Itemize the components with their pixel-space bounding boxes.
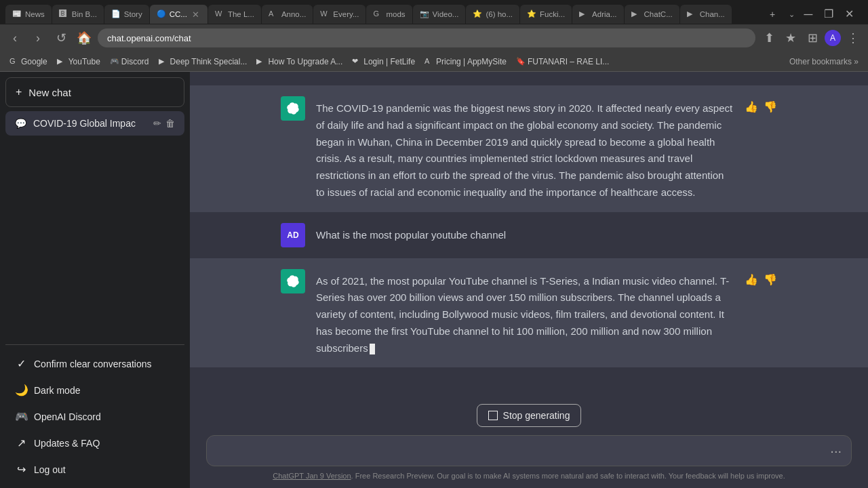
tab-label: mods [386,10,405,18]
tab-label: (6) ho... [486,10,513,18]
tab-chatc[interactable]: ▶ ChatC... [625,5,679,24]
edit-icon[interactable]: ✏ [153,118,161,129]
bookmark-deep-think-special...[interactable]: ▶ Deep Think Special... [155,56,252,68]
footer: ChatGPT Jan 9 Version. Free Research Pre… [206,472,852,483]
bookmarks-bar: G Google▶ YouTube🎮 Discord▶ Deep Think S… [0,52,868,72]
message-inner: As of 2021, the most popular YouTube cha… [264,269,793,357]
menu-button[interactable]: ⋮ [844,28,863,47]
home-button[interactable]: 🏠 [75,28,94,47]
chatgpt-avatar [281,96,305,121]
tab-favicon: 📷 [420,9,429,19]
new-chat-button[interactable]: + New chat [5,77,184,107]
tab-label: ChatC... [644,10,673,18]
tab-label: The L... [228,10,254,18]
sidebar-item-logout[interactable]: ↪ Log out [5,456,184,483]
tab-close[interactable]: ✕ [191,9,201,20]
sidebar-item-icon: ✓ [15,357,27,370]
browser-chrome: 📰 News 🅱 Bin B... 📄 Story 🔵 CC... ✕W The… [0,0,868,72]
delete-icon[interactable]: 🗑 [165,118,175,129]
tab-cc[interactable]: 🔵 CC... ✕ [150,5,208,24]
sidebar: + New chat 💬 COVID-19 Global Impac ✏ 🗑 ✓… [0,72,190,488]
bookmark-label: FUTANARI – RAE LI... [528,57,609,66]
message-msg3: As of 2021, the most popular YouTube cha… [190,258,868,368]
chat-input[interactable] [216,443,825,459]
share-button[interactable]: ⬆ [760,28,778,47]
tab-favicon: W [215,9,224,19]
tab-adria[interactable]: ▶ Adria... [572,5,623,24]
window-controls: ─ ❐ ✕ [800,6,863,22]
sidebar-item-discord[interactable]: 🎮 OpenAI Discord [5,403,184,430]
thumbs-up-button[interactable]: 👍 [745,100,758,113]
bookmark-how-to-upgrade-a...[interactable]: ▶ How To Upgrade A... [252,56,347,68]
bookmark-button[interactable]: ★ [781,28,800,47]
bookmark-label: Login | FetLife [363,57,415,66]
tab-binb[interactable]: 🅱 Bin B... [52,5,104,24]
new-tab-button[interactable]: + [764,6,781,22]
tab-label: Fucki... [540,10,565,18]
tab-news[interactable]: 📰 News [5,5,52,24]
tab-label: CC... [170,10,187,18]
tab-favicon: W [320,9,330,19]
sidebar-item-confirm-clear[interactable]: ✓ Confirm clear conversations [5,350,184,377]
bookmark-favicon: ▶ [256,57,266,66]
address-bar[interactable] [98,28,755,47]
bookmark-label: Discord [121,57,149,66]
input-more-button[interactable]: ··· [830,443,842,459]
main-chat-area: The COVID-19 pandemic was the biggest ne… [190,72,868,488]
footer-text: . Free Research Preview. Our goal is to … [351,472,785,480]
bookmark-favicon: 🔖 [516,57,526,66]
reload-button[interactable]: ↺ [52,28,71,47]
message-inner: The COVID-19 pandemic was the biggest ne… [264,96,793,201]
sidebar-item-dark-mode[interactable]: 🌙 Dark mode [5,377,184,403]
tab-bar: 📰 News 🅱 Bin B... 📄 Story 🔵 CC... ✕W The… [0,0,868,24]
tab-favicon: 🅱 [59,9,68,19]
tab-fucki[interactable]: ⭐ Fucki... [520,5,572,24]
bookmark-futanari-–-rae-li...[interactable]: 🔖 FUTANARI – RAE LI... [512,56,613,68]
tab-thel[interactable]: W The L... [208,5,261,24]
bookmarks-more[interactable]: Other bookmarks » [785,56,863,68]
back-button[interactable]: ‹ [5,28,24,47]
tab-label: Video... [433,10,459,18]
stop-generating-button[interactable]: Stop generating [477,404,582,427]
stop-btn-row: Stop generating [206,404,852,427]
bookmark-label: How To Upgrade A... [268,57,342,66]
thumbs-down-button[interactable]: 👎 [764,273,777,286]
tab-story[interactable]: 📄 Story [104,5,149,24]
thumbs-up-button[interactable]: 👍 [745,273,758,286]
bookmark-login-|-fetlife[interactable]: ❤ Login | FetLife [348,56,419,68]
bookmark-favicon: A [425,57,434,66]
sidebar-item-updates[interactable]: ↗ Updates & FAQ [5,430,184,456]
sidebar-item-label: Dark mode [34,385,80,396]
user-avatar: AD [281,223,305,247]
profile-button[interactable]: A [825,30,841,46]
tab-video[interactable]: 📷 Video... [413,5,466,24]
sidebar-item-icon: 🎮 [15,410,27,423]
chat-list: 💬 COVID-19 Global Impac ✏ 🗑 [5,111,184,136]
input-box: ··· [206,435,852,466]
tab-label: News [25,10,45,18]
tab-anno[interactable]: A Anno... [262,5,313,24]
forward-button[interactable]: › [28,28,47,47]
bookmark-youtube[interactable]: ▶ YouTube [53,56,104,68]
tab-favicon: ▶ [631,9,641,19]
tab-every[interactable]: W Every... [313,5,366,24]
bookmark-favicon: ❤ [352,57,361,66]
streaming-cursor [370,344,375,354]
extensions-button[interactable]: ⊞ [803,28,822,47]
chat-item-covid[interactable]: 💬 COVID-19 Global Impac ✏ 🗑 [5,111,184,136]
tab-chan[interactable]: ▶ Chan... [680,5,732,24]
bookmark-pricing-|-appmysite[interactable]: A Pricing | AppMySite [420,56,511,68]
tab-overflow-button[interactable]: ⌄ [783,6,800,22]
tab-6ho[interactable]: ⭐ (6) ho... [466,5,519,24]
chat-messages: The COVID-19 pandemic was the biggest ne… [190,72,868,393]
bookmark-favicon: ▶ [159,57,168,66]
maximize-button[interactable]: ❐ [821,6,837,22]
footer-link[interactable]: ChatGPT Jan 9 Version [273,472,351,480]
bookmark-discord[interactable]: 🎮 Discord [106,56,153,68]
minimize-button[interactable]: ─ [800,6,816,22]
bookmark-google[interactable]: G Google [5,56,52,68]
thumbs-down-button[interactable]: 👎 [764,100,777,113]
chat-icon: 💬 [15,118,26,129]
close-button[interactable]: ✕ [841,6,857,22]
tab-mods[interactable]: G mods [366,5,412,24]
